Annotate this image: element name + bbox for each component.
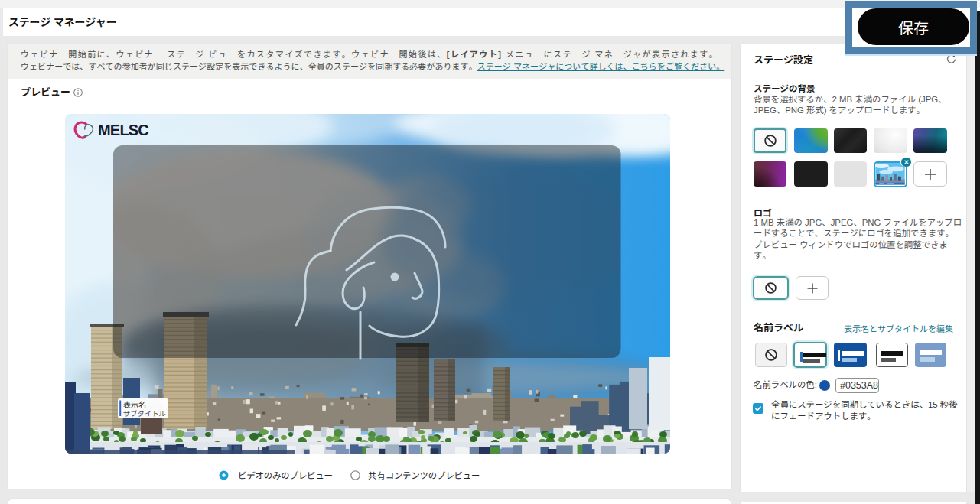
svg-text:サブタイトル: サブタイトル bbox=[123, 408, 166, 418]
svg-text:MELSC: MELSC bbox=[98, 122, 148, 138]
